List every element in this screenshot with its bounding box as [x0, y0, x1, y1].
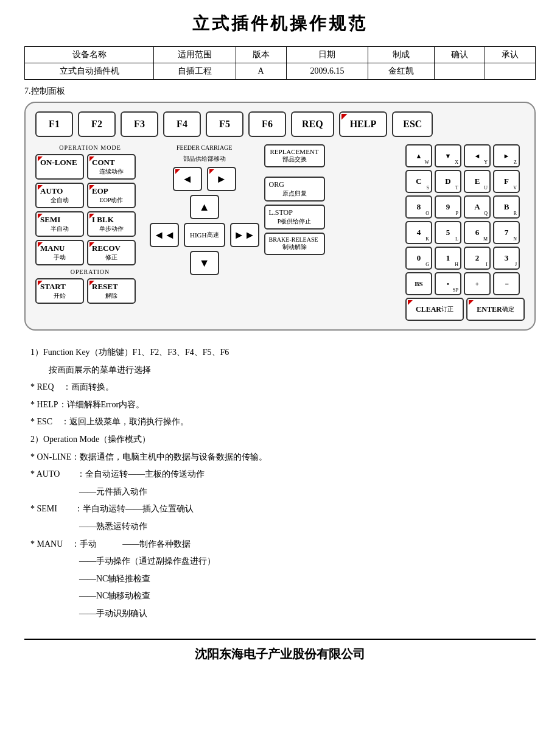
auto-button[interactable]: AUTO 全自动	[35, 183, 84, 208]
feeder-up-row: ▲	[190, 195, 219, 219]
feeder-down-row: ▼	[190, 251, 219, 275]
op-row-5: START 开始 RESET 解除	[35, 278, 145, 304]
eop-button[interactable]: EOP EOP动作	[87, 183, 136, 208]
fkey-row: F1 F2 F3 F4 F5 F6 REQ HELP ESC	[35, 111, 525, 137]
btn-6[interactable]: 6M	[464, 221, 491, 244]
val-confirm	[434, 63, 485, 80]
btn-f[interactable]: FV	[493, 170, 520, 193]
operation-label: OPERATION	[35, 268, 145, 275]
enter-button[interactable]: ENTER确定	[466, 298, 525, 321]
feeder-left-button[interactable]: ◄	[173, 167, 202, 191]
header-scope: 适用范围	[154, 47, 236, 63]
op-mode-label: OPERATION MODE	[35, 144, 145, 151]
manu-sub3: ——NC轴移动检查	[79, 588, 530, 605]
esc-desc: * ESC ：返回上级菜单，取消执行操作。	[30, 414, 530, 430]
f6-button[interactable]: F6	[248, 111, 286, 137]
manu-sub4: ——手动识别确认	[79, 606, 530, 622]
org-button[interactable]: ORG 原点归复	[264, 177, 325, 202]
header-made: 制成	[368, 47, 435, 63]
numpad-row-cdef: CS DT EU FV	[405, 170, 525, 193]
info-table: 设备名称 适用范围 版本 日期 制成 确认 承认 立式自动插件机 自插工程 A …	[24, 46, 536, 80]
feeder-rewind-button[interactable]: ◄◄	[150, 223, 179, 247]
btn-4[interactable]: 4K	[405, 221, 432, 244]
op-row-4: MANU 手动 RECOV 修正	[35, 240, 145, 265]
btn-2[interactable]: 2I	[464, 247, 491, 270]
lstop-button[interactable]: L.STOP P板供给停止	[264, 205, 325, 230]
numpad-row-arrows: ▲W ▼X ◄Y ►Z	[405, 144, 525, 167]
header-version: 版本	[236, 47, 286, 63]
btn-1[interactable]: 1H	[435, 247, 461, 270]
val-scope: 自插工程	[154, 63, 236, 80]
manu-sub2: ——NC轴轻推检查	[79, 571, 530, 587]
manu-button[interactable]: MANU 手动	[35, 240, 84, 265]
page-title: 立式插件机操作规范	[24, 12, 536, 35]
reset-button[interactable]: RESET 解除	[87, 278, 136, 304]
btn-d[interactable]: DT	[435, 170, 461, 193]
clear-button[interactable]: CLEAR订正	[405, 298, 464, 321]
f5-button[interactable]: F5	[206, 111, 243, 137]
auto-sub1: ——元件插入动作	[79, 484, 530, 500]
manu-desc: * MANU ：手动 ——制作各种数据	[30, 536, 530, 553]
numpad-row-4567: 4K 5L 6M 7N	[405, 221, 525, 244]
header-approve: 承认	[485, 47, 535, 63]
content-area: 1）Function Key（功能键）F1、F2、F3、F4、F5、F6 按画面…	[24, 342, 536, 626]
brake-button[interactable]: BRAKE-RELEASE 制动解除	[264, 233, 325, 255]
btn-minus[interactable]: －	[493, 272, 520, 295]
btn-9[interactable]: 9P	[435, 195, 461, 219]
feeder-forward-button[interactable]: ►►	[230, 223, 259, 247]
btn-plus[interactable]: +	[464, 272, 491, 295]
item1-sub: 按画面展示的菜单进行选择	[49, 362, 530, 379]
feeder-label-cn: 部品供给部移动	[183, 155, 226, 163]
f4-button[interactable]: F4	[163, 111, 201, 137]
btn-a[interactable]: AQ	[464, 195, 491, 219]
btn-b[interactable]: BR	[493, 195, 520, 219]
help-desc: * HELP：详细解释Error内容。	[30, 397, 530, 413]
online-desc: * ON-LINE：数据通信，电脑主机中的数据与设备数据的传输。	[30, 449, 530, 466]
semi-button[interactable]: SEMI 半自动	[35, 211, 84, 237]
high-btn-wrap: HIGH高速	[184, 223, 225, 247]
btn-down-x[interactable]: ▼X	[435, 144, 461, 167]
btn-up-w[interactable]: ▲W	[405, 144, 432, 167]
btn-left-y[interactable]: ◄Y	[464, 144, 491, 167]
on-lone-button[interactable]: ON-LONE	[35, 154, 84, 180]
val-approve	[485, 63, 535, 80]
btn-3[interactable]: 3J	[493, 247, 520, 270]
footer-company: 沈阳东海电子产业股份有限公司	[24, 639, 536, 668]
feeder-up-button[interactable]: ▲	[190, 195, 219, 219]
val-device: 立式自动插件机	[25, 63, 154, 80]
f3-button[interactable]: F3	[121, 111, 158, 137]
btn-bs[interactable]: BS	[405, 272, 432, 295]
op-row-1: ON-LONE CONT 连续动作	[35, 154, 145, 180]
recov-button[interactable]: RECOV 修正	[87, 240, 136, 265]
btn-7[interactable]: 7N	[493, 221, 520, 244]
btn-0[interactable]: 0G	[405, 247, 432, 270]
right-mid-column: REPLACEMENT 部品交换 ORG 原点归复 L.STOP P板供给停止 …	[264, 144, 325, 255]
numpad-row-89ab: 8O 9P AQ BR	[405, 195, 525, 219]
val-version: A	[236, 63, 286, 80]
high-button[interactable]: HIGH高速	[184, 223, 225, 247]
help-button[interactable]: HELP	[339, 111, 388, 137]
btn-sp[interactable]: •SP	[435, 272, 461, 295]
replacement-button[interactable]: REPLACEMENT 部品交换	[264, 144, 325, 167]
btn-5[interactable]: 5L	[435, 221, 461, 244]
btn-e[interactable]: EU	[464, 170, 491, 193]
iblk-button[interactable]: I BLK 单步动作	[87, 211, 136, 237]
esc-button[interactable]: ESC	[392, 111, 433, 137]
req-button[interactable]: REQ	[291, 111, 334, 137]
btn-c[interactable]: CS	[405, 170, 432, 193]
operation-mode-column: OPERATION MODE ON-LONE CONT 连续动作 AUTO 全自…	[35, 144, 145, 304]
auto-desc: * AUTO ：全自动运转——主板的传送动作	[30, 466, 530, 483]
feeder-right-button[interactable]: ►	[207, 167, 236, 191]
feeder-down-button[interactable]: ▼	[190, 251, 219, 275]
btn-right-z[interactable]: ►Z	[493, 144, 520, 167]
start-button[interactable]: START 开始	[35, 278, 84, 304]
cont-button[interactable]: CONT 连续动作	[87, 154, 136, 180]
req-desc: * REQ ：画面转换。	[30, 379, 530, 396]
op-row-2: AUTO 全自动 EOP EOP动作	[35, 183, 145, 208]
header-device: 设备名称	[25, 47, 154, 63]
numeric-keypad: ▲W ▼X ◄Y ►Z CS DT EU FV 8O 9P AQ BR 4K	[405, 144, 525, 321]
btn-8[interactable]: 8O	[405, 195, 432, 219]
control-panel: F1 F2 F3 F4 F5 F6 REQ HELP ESC OPERATION…	[24, 102, 536, 331]
f2-button[interactable]: F2	[78, 111, 116, 137]
f1-button[interactable]: F1	[35, 111, 73, 137]
